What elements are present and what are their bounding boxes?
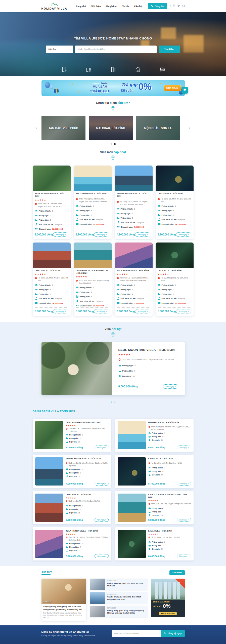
nav-item[interactable]: Liên hệ (134, 5, 142, 8)
view-now-button[interactable]: Xem ngay » (177, 518, 191, 522)
view-now-button[interactable]: Xem ngay » (94, 232, 109, 237)
villa-name[interactable]: CHILL VILLA I – SÓC SƠN (66, 494, 109, 496)
sofa-icon (76, 205, 79, 208)
news-item-title[interactable]: Những kiêng kỵ chú ý nên tránh khi chọn … (107, 582, 146, 587)
post-button[interactable]: Đăng bài (148, 3, 167, 9)
villa-name[interactable]: BLUE MOUNTAIN VILLA – SÓC SƠN (35, 192, 68, 198)
category-office[interactable]: Văn phòng (154, 66, 171, 76)
newsletter-subscribe-button[interactable]: Đăng ký ngay (161, 630, 185, 637)
villa-photo[interactable] (35, 494, 63, 522)
news-item[interactable]: 03/08/2020 Những kiêng kỵ chú ý nên trán… (90, 579, 148, 590)
news-item-title[interactable]: Căn hộ chung cư và những điều khách hàng… (107, 596, 146, 600)
villa-address: Hồ Dụ, Mông Hoá, Kỳ Sơn, Hoà Bình (158, 277, 191, 282)
featured-villa-name[interactable]: BLUE MOUNTAIN VILLA – SÓC SƠN (118, 348, 178, 352)
category-townhouse[interactable]: Nhà phố (129, 66, 146, 76)
promo-cta-button[interactable]: MUA NGAY (164, 85, 181, 91)
nav-item[interactable]: Trang chủ (76, 5, 86, 8)
villa-photo[interactable] (118, 421, 146, 449)
villa-photo[interactable] (156, 243, 194, 268)
view-now-button[interactable]: Xem ngay » (95, 446, 108, 449)
villa-name[interactable]: LALA VILLA – HOÀ BÌNH (158, 269, 191, 272)
villa-name[interactable]: TULA HARDIN VILLA – HÒA BÌNH (117, 269, 150, 272)
news-item[interactable]: 03/08/2020 Căn hộ chung cư và những điều… (90, 592, 148, 604)
villa-name[interactable]: CHILL VILLA I – SÓC SƠN (35, 269, 68, 272)
nav-item[interactable]: Sản phẩm ▾ (106, 5, 117, 8)
nav-item[interactable]: Giới thiệu (91, 5, 101, 8)
promo-banner[interactable]: vuanệm x Fundiin MUA SẮM "THẢ PHANH" Trả… (41, 80, 185, 96)
villa-photo[interactable] (33, 166, 71, 191)
view-now-button[interactable]: Xem ngay » (95, 482, 108, 486)
villa-photo[interactable] (118, 457, 146, 486)
view-now-button[interactable]: Xem ngay » (53, 309, 68, 313)
instagram-icon[interactable] (173, 5, 175, 8)
floating-chat-button[interactable] (182, 87, 188, 94)
see-more-button[interactable]: Xem thêm (169, 570, 185, 575)
newsletter-email-input[interactable] (112, 630, 161, 637)
property-type-select[interactable]: Biệt thự (46, 46, 73, 53)
carousel-dot-active[interactable] (114, 143, 116, 145)
villa-photo[interactable] (115, 243, 153, 268)
view-now-button[interactable]: Xem ngay » (176, 232, 191, 237)
news-ad-banner[interactable]: TRẢ CHẬM 2 NĂM LÃI SUẤT0% ☎ 024 6293 522… (151, 579, 185, 617)
ad-phone-button[interactable]: ☎ 024 6293 5227 (159, 612, 177, 615)
news-main-title[interactable]: 9 đại kỵ trong phong thủy nhà ở và cách … (43, 606, 84, 611)
villa-name[interactable]: ANVIEN HOUSE'S VILLA – SÓC SƠN (117, 192, 150, 198)
location-card[interactable]: MAI CHÂU, HÒA BÌNH (89, 116, 133, 140)
view-now-button[interactable]: Xem ngay » (177, 446, 191, 449)
twitter-icon[interactable] (177, 5, 180, 8)
featured-villa-photo[interactable] (41, 342, 112, 395)
villa-photo[interactable] (35, 457, 63, 486)
villa-photo[interactable] (118, 530, 146, 558)
villa-name[interactable]: BIN GARDEN VILLA – SÓC SƠN (148, 421, 191, 424)
view-now-button[interactable]: Xem ngay » (53, 232, 68, 237)
nav-item[interactable]: Tin tức (122, 5, 129, 8)
carousel-next-icon[interactable]: › (189, 126, 190, 130)
carousel-prev-icon[interactable]: ‹ (36, 126, 37, 130)
villa-photo[interactable] (35, 530, 63, 558)
bath-icon (148, 470, 151, 473)
villa-name[interactable]: BLUE MOUNTAIN VILLA – SÓC SƠN (66, 421, 109, 424)
view-now-button[interactable]: Xem ngay » (95, 554, 108, 558)
villa-photo[interactable] (35, 421, 63, 449)
category-apartment[interactable]: Căn hộ (55, 66, 72, 76)
facebook-icon[interactable]: f (170, 5, 170, 8)
villa-photo[interactable] (74, 166, 112, 191)
villa-name[interactable]: LAVITA VILLA – SÓC SƠN (158, 192, 191, 195)
email-icon[interactable] (182, 5, 185, 8)
news-main-card[interactable]: 03/08/2020 9 đại kỵ trong phong thủy nhà… (41, 579, 86, 621)
view-now-button[interactable]: Xem ngay » (135, 309, 150, 313)
news-item-title[interactable]: Những lưu ý quan trọng trong phong thủy … (107, 609, 146, 614)
villa-photo[interactable] (115, 166, 153, 191)
location-card[interactable]: TAM ĐẢO, VĨNH PHÚC (41, 116, 85, 140)
search-button[interactable]: Tìm kiếm (159, 46, 180, 53)
view-now-button[interactable]: Xem ngay » (176, 309, 191, 313)
villa-photo[interactable] (156, 166, 194, 191)
villa-photo[interactable] (33, 243, 71, 268)
villa-name[interactable]: LAVA HAUS VILLA & BUNGALOW – HÒA BÌNH (148, 494, 191, 499)
view-now-button[interactable]: Xem ngay » (163, 384, 178, 389)
villa-name[interactable]: BIN GARDEN VILLA – SÓC SƠN (76, 192, 109, 195)
villa-name[interactable]: TULA HARDIN VILLA – HÒA BÌNH (66, 530, 109, 532)
villa-name[interactable]: LALA VILLA – HOÀ BÌNH (148, 530, 191, 532)
view-now-button[interactable]: Xem ngay » (177, 482, 191, 486)
site-logo[interactable]: HOLIDAY VILLA (41, 2, 67, 10)
category-condo[interactable]: Chung cư (105, 66, 122, 76)
carousel-dot[interactable] (111, 143, 112, 145)
view-now-button[interactable]: Xem ngay » (95, 518, 108, 522)
view-now-button[interactable]: Xem ngay » (135, 232, 150, 237)
prev-arrow-icon[interactable]: ‹ (111, 399, 112, 403)
villa-photo[interactable] (118, 494, 146, 522)
view-now-button[interactable]: Xem ngay » (94, 309, 109, 313)
location-card[interactable]: MỘC CHÂU, SƠN LA (136, 116, 180, 140)
promo-section: vuanệm x Fundiin MUA SẮM "THẢ PHANH" Trả… (0, 76, 226, 96)
villa-name[interactable]: LAVA HAUS VILLA & BUNGALOW – HÒA BÌNH (76, 269, 109, 275)
news-item[interactable]: 03/08/2020 Những lưu ý quan trọng trong … (90, 606, 148, 617)
villa-name[interactable]: ANVIEN HOUSE'S VILLA – SÓC SƠN (66, 457, 109, 460)
view-now-button[interactable]: Xem ngay » (177, 554, 191, 558)
villa-name[interactable]: LAVITA VILLA – SÓC SƠN (148, 457, 191, 460)
search-input[interactable] (75, 46, 157, 53)
capacity-row: Sức chứa tối đa: 20 người (76, 300, 109, 303)
category-villa[interactable]: Biệt thự (80, 66, 97, 76)
next-arrow-icon[interactable]: › (114, 399, 116, 403)
villa-photo[interactable] (74, 243, 112, 268)
